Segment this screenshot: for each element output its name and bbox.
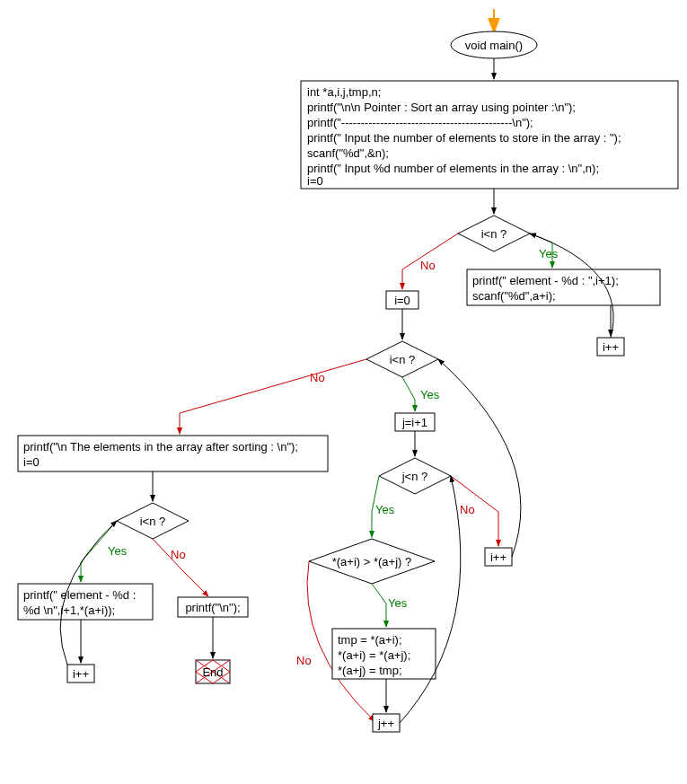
cond1-yes: Yes <box>539 247 559 260</box>
cond4-no: No <box>296 654 312 667</box>
after-l1: printf("\n The elements in the array aft… <box>23 440 298 454</box>
cond5-no: No <box>171 548 186 561</box>
swap-l1: tmp = *(a+i); <box>338 633 402 647</box>
final-label: printf("\n"); <box>185 601 240 614</box>
print-l1: printf(" element - %d : <box>23 588 136 602</box>
read-l2: scanf("%d",a+i); <box>472 289 556 303</box>
reset-i-label: i=0 <box>394 294 410 307</box>
flowchart: void main() int *a,i,j,tmp,n; printf("\n… <box>0 0 687 784</box>
cond4-yes: Yes <box>388 596 408 610</box>
inc-i2-label: i++ <box>490 551 506 564</box>
cond4-label: *(a+i) > *(a+j) ? <box>332 555 412 568</box>
swap-l3: *(a+j) = tmp; <box>338 664 402 677</box>
init-l7: i=0 <box>307 174 323 188</box>
cond3-no: No <box>460 503 475 516</box>
after-l2: i=0 <box>23 455 40 469</box>
swap-l2: *(a+i) = *(a+j); <box>338 648 410 662</box>
inc-j-label: j++ <box>377 717 394 730</box>
cond3-yes: Yes <box>375 503 395 516</box>
init-l3: printf("--------------------------------… <box>307 116 533 129</box>
init-l6: printf(" Input %d number of elements in … <box>307 162 599 175</box>
print-l2: %d \n",i+1,*(a+i)); <box>23 603 115 617</box>
cond1-label: i<n ? <box>481 227 507 241</box>
inc-i3-label: i++ <box>73 667 89 681</box>
cond3-label: j<n ? <box>401 470 428 483</box>
inc-i1-label: i++ <box>603 340 619 354</box>
cond5-label: i<n ? <box>140 515 166 528</box>
cond1-no: No <box>420 259 436 272</box>
cond2-yes: Yes <box>420 388 440 401</box>
read-l1: printf(" element - %d : ",i+1); <box>472 274 619 287</box>
set-j-label: j=i+1 <box>401 416 427 429</box>
init-l4: printf(" Input the number of elements to… <box>307 131 621 145</box>
cond5-yes: Yes <box>108 544 128 558</box>
init-l1: int *a,i,j,tmp,n; <box>307 85 381 99</box>
cond2-label: i<n ? <box>390 353 416 366</box>
init-l5: scanf("%d",&n); <box>307 146 389 160</box>
end-label: End <box>202 665 223 679</box>
start-label: void main() <box>465 39 523 52</box>
cond2-no: No <box>310 371 325 384</box>
init-l2: printf("\n\n Pointer : Sort an array usi… <box>307 101 576 114</box>
